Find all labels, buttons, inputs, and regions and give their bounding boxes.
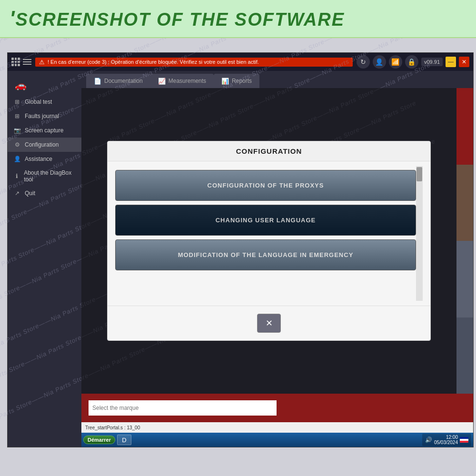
warning-icon: ⚠ bbox=[39, 59, 45, 66]
quit-icon: ↗ bbox=[13, 189, 21, 197]
marque-input[interactable] bbox=[89, 400, 277, 416]
sidebar-item-assistance[interactable]: 👤 Assistance bbox=[8, 152, 81, 166]
assistance-icon: 👤 bbox=[13, 155, 21, 163]
grid-icon[interactable] bbox=[11, 58, 20, 66]
swatch-2 bbox=[456, 165, 473, 241]
tab-label: Documentation bbox=[104, 78, 143, 84]
documentation-tab-icon: 📄 bbox=[94, 78, 101, 85]
minimize-button[interactable]: — bbox=[446, 57, 456, 67]
sidebar-item-label: Faults journal bbox=[25, 113, 59, 119]
tray-flag-icon bbox=[460, 437, 468, 443]
bottom-bar bbox=[81, 394, 473, 422]
config-buttons: CONFIGURATION OF THE PROXYS CHANGING USE… bbox=[115, 166, 423, 270]
content-area: 🚗 ⊞ Global test ⊞ Faults journal 📷 Scree… bbox=[8, 71, 473, 447]
config-proxys-button[interactable]: CONFIGURATION OF THE PROXYS bbox=[115, 170, 416, 201]
app-window: ⚠ ! En cas d'erreur (code 3) : Opération… bbox=[7, 52, 474, 447]
modal-title: CONFIGURATION bbox=[108, 141, 430, 161]
lock-button[interactable]: 🔒 bbox=[405, 55, 418, 69]
swatch-4 bbox=[456, 317, 473, 394]
config-language-label: CHANGING USER LANGUAGE bbox=[216, 217, 316, 224]
sidebar-item-label: About the DiagBox tool bbox=[24, 169, 76, 183]
version-badge: v09.91 bbox=[421, 58, 443, 66]
taskbar: Démarrer D 🔊 12:00 05/03/2024 bbox=[81, 433, 473, 447]
tab-documentation[interactable]: 📄 Documentation bbox=[86, 74, 150, 88]
tray-speaker-icon: 🔊 bbox=[425, 436, 432, 443]
banner-apostrophe: ' bbox=[10, 7, 15, 30]
modal-footer: ✕ bbox=[108, 306, 430, 340]
faults-journal-icon: ⊞ bbox=[13, 112, 21, 120]
banner-title: 'Screenshot of the Software bbox=[10, 7, 345, 30]
refresh-button[interactable]: ↻ bbox=[357, 55, 370, 69]
sidebar-item-configuration[interactable]: ⚙ Configuration bbox=[8, 138, 81, 152]
tab-label: Measurements bbox=[169, 78, 206, 84]
start-button[interactable]: Démarrer bbox=[83, 436, 115, 444]
banner: 'Screenshot of the Software bbox=[0, 0, 476, 38]
tab-reports[interactable]: 📊 Reports bbox=[214, 74, 259, 88]
modal-close-button[interactable]: ✕ bbox=[257, 314, 281, 333]
reports-tab-icon: 📊 bbox=[221, 78, 229, 85]
modal-scroll-area: CONFIGURATION OF THE PROXYS CHANGING USE… bbox=[115, 166, 423, 301]
config-emergency-label: MODIFICATION OF THE LANGUAGE IN EMERGENC… bbox=[178, 251, 354, 258]
title-bar-right: ↻ 👤 📶 🔒 v09.91 — ✕ bbox=[357, 55, 469, 69]
measurements-tab-icon: 📈 bbox=[158, 78, 166, 85]
error-banner: ⚠ ! En cas d'erreur (code 3) : Opération… bbox=[35, 58, 353, 67]
wifi-button[interactable]: 📶 bbox=[389, 55, 402, 69]
title-bar-left bbox=[11, 58, 31, 66]
sidebar-item-label: Screen capture bbox=[25, 127, 63, 134]
swatch-1 bbox=[456, 88, 473, 165]
swatch-3 bbox=[456, 241, 473, 317]
user-button[interactable]: 👤 bbox=[373, 55, 386, 69]
tab-measurements[interactable]: 📈 Measurements bbox=[150, 74, 214, 88]
sidebar-item-label: Assistance bbox=[25, 156, 52, 162]
main-content: CONFIGURATION CONFIGURATION OF bbox=[81, 88, 456, 394]
config-language-button[interactable]: CHANGING USER LANGUAGE bbox=[115, 205, 416, 236]
scroll-thumb[interactable] bbox=[416, 167, 422, 181]
sidebar-item-label: Configuration bbox=[25, 141, 59, 148]
sidebar-item-about[interactable]: ℹ About the DiagBox tool bbox=[8, 166, 81, 186]
global-test-icon: ⊞ bbox=[13, 98, 21, 106]
car-icon: 🚗 bbox=[8, 76, 81, 95]
config-proxys-label: CONFIGURATION OF THE PROXYS bbox=[208, 182, 324, 189]
tray-time: 12:00 05/03/2024 bbox=[434, 435, 458, 445]
tabs-bar: 📄 Documentation 📈 Measurements 📊 Reports bbox=[81, 71, 473, 88]
modal-overlay: CONFIGURATION CONFIGURATION OF bbox=[81, 88, 456, 394]
configuration-icon: ⚙ bbox=[13, 141, 21, 149]
taskbar-app-icon[interactable]: D bbox=[117, 435, 131, 445]
title-bar: ⚠ ! En cas d'erreur (code 3) : Opération… bbox=[8, 53, 473, 71]
status-text: Tree_startPortal.s : 13_00 bbox=[85, 425, 140, 430]
sidebar-item-faults-journal[interactable]: ⊞ Faults journal bbox=[8, 109, 81, 123]
close-button[interactable]: ✕ bbox=[459, 57, 469, 67]
about-icon: ℹ bbox=[13, 172, 20, 180]
error-text: ! En cas d'erreur (code 3) : Opération d… bbox=[48, 59, 259, 65]
tab-label: Reports bbox=[232, 78, 252, 84]
hamburger-menu-icon[interactable] bbox=[23, 59, 31, 65]
sidebar-item-quit[interactable]: ↗ Quit bbox=[8, 186, 81, 200]
modal-body: CONFIGURATION OF THE PROXYS CHANGING USE… bbox=[108, 161, 430, 306]
screenshot-area: Nia Parts Store——Nia Parts Store——Nia Pa… bbox=[0, 38, 476, 476]
right-panel bbox=[456, 88, 473, 394]
scroll-track bbox=[416, 166, 423, 301]
status-bar: Tree_startPortal.s : 13_00 bbox=[81, 422, 473, 433]
sidebar-item-global-test[interactable]: ⊞ Global test bbox=[8, 95, 81, 109]
config-emergency-button[interactable]: MODIFICATION OF THE LANGUAGE IN EMERGENC… bbox=[115, 239, 416, 270]
sidebar-item-label: Quit bbox=[25, 190, 35, 197]
sidebar-item-screen-capture[interactable]: 📷 Screen capture bbox=[8, 123, 81, 138]
sidebar-item-label: Global test bbox=[25, 99, 52, 105]
screen-capture-icon: 📷 bbox=[13, 127, 21, 134]
system-tray: 🔊 12:00 05/03/2024 bbox=[422, 434, 471, 446]
configuration-modal: CONFIGURATION CONFIGURATION OF bbox=[107, 141, 431, 341]
sidebar: 🚗 ⊞ Global test ⊞ Faults journal 📷 Scree… bbox=[8, 71, 81, 447]
